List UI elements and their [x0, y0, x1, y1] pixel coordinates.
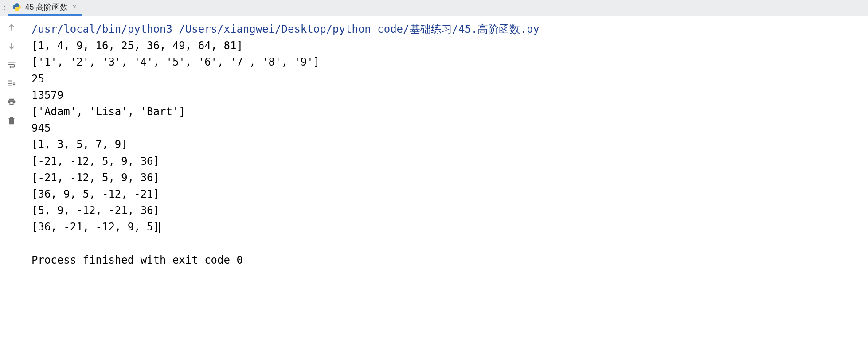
output-line: 13579	[31, 89, 63, 101]
python-icon	[12, 3, 21, 12]
print-icon[interactable]	[6, 97, 17, 107]
output-line: [-21, -12, 5, 9, 36]	[31, 155, 160, 168]
output-line: ['Adam', 'Lisa', 'Bart']	[31, 105, 185, 118]
tab-bar-prefix: :	[3, 0, 8, 16]
output-line: 945	[31, 122, 51, 134]
run-config-tab[interactable]: 45.高阶函数 ×	[8, 0, 82, 16]
output-line: [36, 9, 5, -12, -21]	[31, 188, 160, 200]
gutter-toolbar	[0, 16, 23, 343]
output-line: [-21, -12, 5, 9, 36]	[31, 172, 160, 184]
delete-icon[interactable]	[6, 115, 17, 126]
output-line: ['1', '2', '3', '4', '5', '6', '7', '8',…	[31, 56, 320, 68]
close-icon[interactable]: ×	[72, 3, 76, 11]
output-line: [1, 4, 9, 16, 25, 36, 49, 64, 81]	[31, 39, 243, 52]
console-output[interactable]: /usr/local/bin/python3 /Users/xiangwei/D…	[23, 16, 868, 343]
command-line: /usr/local/bin/python3 /Users/xiangwei/D…	[31, 23, 540, 35]
arrow-down-icon[interactable]	[6, 41, 17, 51]
output-line: [5, 9, -12, -21, 36]	[31, 204, 160, 217]
soft-wrap-icon[interactable]	[6, 59, 17, 70]
tab-label: 45.高阶函数	[25, 2, 68, 12]
caret	[159, 222, 160, 233]
output-line: 25	[31, 73, 44, 85]
scroll-to-end-icon[interactable]	[6, 78, 17, 89]
exit-message: Process finished with exit code 0	[31, 254, 243, 266]
ide-run-panel: : 45.高阶函数 ×	[0, 0, 868, 343]
tab-bar: : 45.高阶函数 ×	[0, 0, 868, 16]
output-line: [36, -21, -12, 9, 5]	[31, 221, 160, 233]
arrow-up-icon[interactable]	[6, 22, 17, 33]
main-area: /usr/local/bin/python3 /Users/xiangwei/D…	[0, 16, 868, 343]
output-line: [1, 3, 5, 7, 9]	[31, 138, 128, 151]
